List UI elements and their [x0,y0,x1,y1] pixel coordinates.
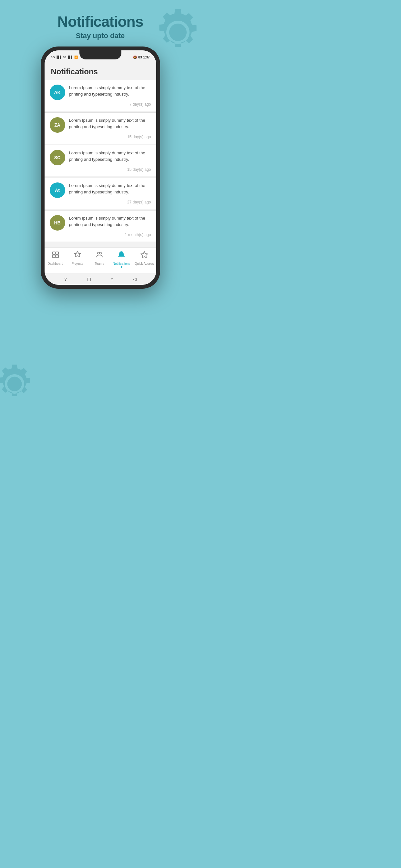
nav-label-notifications: Notifications [113,262,130,266]
battery-level: 83 [138,56,142,59]
status-right: 🔕 83 1:37 [133,56,150,59]
notification-avatar: SC [50,150,65,165]
svg-rect-0 [53,252,55,254]
svg-point-5 [99,252,101,254]
notification-time: 15 day(s) ago [50,167,151,174]
wifi-icon: 📶 [74,56,78,59]
notification-message: Lorem Ipsum is simply dummy text of the … [69,182,151,195]
svg-rect-2 [53,255,55,258]
android-circle[interactable]: ○ [111,276,113,282]
notification-item[interactable]: HB Lorem Ipsum is simply dummy text of t… [44,211,156,242]
notification-avatar: AK [50,85,65,100]
active-indicator-dot [121,266,122,268]
notification-avatar: ZA [50,117,65,133]
signal-bars: ▐▌▌ [56,56,62,59]
clock-time: 1:37 [143,56,150,59]
notification-avatar: At [50,182,65,198]
projects-icon [73,251,81,260]
notification-item[interactable]: AK Lorem Ipsum is simply dummy text of t… [44,80,156,111]
notifications-icon [118,251,125,260]
svg-rect-1 [56,252,58,254]
nav-label-quickaccess: Quick Access [135,262,154,266]
notification-avatar: HB [50,215,65,230]
notification-message: Lorem Ipsum is simply dummy text of the … [69,215,151,228]
notification-time: 27 day(s) ago [50,200,151,206]
teams-icon [96,251,103,260]
mute-icon: 🔕 [133,56,137,59]
status-left: 3G ▐▌▌ 36 ▐▌▌ 📶 [51,56,78,59]
notification-item[interactable]: ZA Lorem Ipsum is simply dummy text of t… [44,113,156,144]
phone-notch [80,51,121,59]
signal-bars-2: ▐▌▌ [67,56,73,59]
nav-label-projects: Projects [72,262,83,266]
android-square[interactable]: ▢ [87,276,91,282]
notification-message: Lorem Ipsum is simply dummy text of the … [69,150,151,162]
notification-message: Lorem Ipsum is simply dummy text of the … [69,85,151,97]
phone-frame: 3G ▐▌▌ 36 ▐▌▌ 📶 🔕 83 1:37 Notifications … [41,46,160,289]
android-nav-bar: ∨ ▢ ○ ◁ [44,273,156,285]
android-back[interactable]: ◁ [133,276,136,282]
notification-message: Lorem Ipsum is simply dummy text of the … [69,117,151,130]
notification-time: 1 month(s) ago [50,232,151,239]
page-hero-title: Notifications [58,13,143,30]
svg-marker-6 [141,252,148,258]
nav-item-dashboard[interactable]: Dashboard [47,251,64,266]
nav-item-teams[interactable]: Teams [90,251,108,266]
notification-item[interactable]: SC Lorem Ipsum is simply dummy text of t… [44,145,156,176]
signal-3g: 3G [51,56,55,59]
header-section: Notifications Stay upto date [58,0,143,46]
notification-item[interactable]: At Lorem Ipsum is simply dummy text of t… [44,178,156,209]
dashboard-icon [52,251,59,260]
signal-3g-2: 36 [63,56,66,59]
notification-time: 7 day(s) ago [50,102,151,108]
phone-screen: 3G ▐▌▌ 36 ▐▌▌ 📶 🔕 83 1:37 Notifications … [44,51,156,285]
notifications-list: AK Lorem Ipsum is simply dummy text of t… [44,80,156,247]
nav-label-dashboard: Dashboard [48,262,63,266]
quickaccess-icon [141,251,148,260]
notification-time: 15 day(s) ago [50,135,151,141]
notifications-page-title: Notifications [44,62,156,80]
bottom-navigation: Dashboard Projects Tea [44,247,156,273]
android-chevron[interactable]: ∨ [64,276,67,282]
page-hero-subtitle: Stay upto date [58,32,143,40]
nav-item-projects[interactable]: Projects [68,251,86,266]
nav-item-quickaccess[interactable]: Quick Access [135,251,154,266]
svg-rect-3 [56,255,58,258]
nav-label-teams: Teams [95,262,104,266]
nav-item-notifications[interactable]: Notifications [113,251,130,268]
